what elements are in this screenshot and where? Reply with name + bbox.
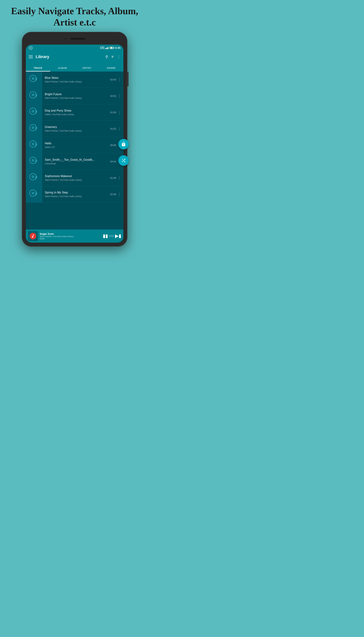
track-item[interactable]: Greenery Silent Partner | YouTube Audio … [26,121,124,137]
np-play-pause[interactable]: ▮▮ [103,233,108,239]
track-artist: Silent Partner | YouTube Audio Library [45,80,110,83]
track-artist: Silent Partner | YouTube Audio Library [45,179,110,181]
track-more-button[interactable]: ⋮ [118,94,121,98]
track-info: Dog and Pony Show Adele | YouTube Audio … [45,109,110,116]
track-thumb [26,120,42,137]
track-duration: 02:43 [110,78,116,81]
np-time: 0:53 [110,235,114,237]
status-bar: LTE ⚡ 3:35 [26,44,124,51]
track-info: Spring In My Step Silent Partner | YouTu… [45,191,110,198]
np-controls: ▮▮ 0:53 ▶▮ [103,233,121,239]
track-item[interactable]: Blue Skies Silent Partner | YouTube Audi… [26,72,124,88]
track-name: Sophomore Makeout [45,174,110,178]
hero-title: Easily Navigate Tracks, Album, Artist e.… [0,6,149,28]
track-thumb [26,137,42,153]
track-artist: Adele | 25 [45,146,110,148]
top-icons: ⚲ ≡ ⋮ [106,54,120,59]
track-duration: 01:33 [110,111,116,114]
tab-genre[interactable]: GENRE [99,66,124,72]
svg-point-2 [30,48,31,48]
np-album: Adele [40,238,101,240]
track-more-button[interactable]: ⋮ [118,192,121,196]
track-duration: 06:06 [110,144,116,146]
track-thumb [26,72,42,88]
sort-icon[interactable]: ≡ [112,54,114,59]
track-duration: 02:54 [110,95,116,97]
track-more-button[interactable]: ⋮ [118,176,121,180]
track-artist: Silent Partner | YouTube Audio Library [45,97,110,99]
track-more-button[interactable]: ⋮ [118,77,121,82]
phone-device: LTE ⚡ 3:35 [22,32,128,246]
track-artist: Silent Partner | YouTube Audio Library [45,130,110,132]
svg-point-11 [32,111,34,112]
status-time: 3:35 [115,46,120,49]
track-duration: 01:48 [110,176,116,179]
np-title: Sugar Zone [40,232,101,235]
track-thumb [26,153,42,170]
track-artist: Silent Partner | YouTube Audio Library [45,195,110,198]
now-playing-bar[interactable]: Sugar Zone Silent Partner | YouTube Audi… [26,230,124,242]
np-thumb [28,231,38,241]
lte-badge: LTE [100,46,104,49]
track-thumb [26,186,42,202]
track-artist: Adele | YouTube Audio Library [45,113,110,116]
track-name: Sam_Smith_-_Too_Good_At_Goodb... [45,158,110,162]
track-list: Blue Skies Silent Partner | YouTube Audi… [26,72,124,230]
svg-point-23 [32,176,34,177]
track-name: Blue Skies [45,76,110,80]
track-artist: | Download [45,162,110,165]
track-item[interactable]: Dog and Pony Show Adele | YouTube Audio … [26,104,124,121]
track-thumb [26,104,42,120]
track-name: Bright Future [45,93,110,96]
more-icon[interactable]: ⋮ [117,54,120,59]
track-thumb [26,88,42,104]
tabs: TRACK ALBUM ARTIST GENRE [26,62,124,72]
hamburger-button[interactable] [29,55,33,58]
speaker [70,38,85,40]
track-name: Hello [45,142,110,145]
track-item[interactable]: Spring In My Step Silent Partner | YouTu… [26,186,124,202]
track-item[interactable]: Sam_Smith_-_Too_Good_At_Goodb... | Downl… [26,154,124,170]
track-info: Greenery Silent Partner | YouTube Audio … [45,126,110,132]
track-more-button[interactable]: ⋮ [118,126,121,131]
track-duration: 01:52 [110,128,116,130]
track-name: Dog and Pony Show [45,109,110,112]
battery-icon: ⚡ [110,47,114,49]
track-item[interactable]: Sophomore Makeout Silent Partner | YouTu… [26,170,124,186]
app-icon [29,46,33,50]
svg-point-17 [32,144,34,144]
svg-point-14 [32,127,34,128]
phone-screen: LTE ⚡ 3:35 [26,44,124,242]
status-left [29,46,33,50]
track-item[interactable]: Hello Adele | 25 06:06 ⋮ [26,137,124,154]
status-right: LTE ⚡ 3:35 [100,46,120,49]
fab-shuffle-button[interactable] [118,155,129,166]
signal-bars [105,46,109,49]
track-duration: 04:24 [110,160,116,163]
tab-track[interactable]: TRACK [26,66,50,72]
track-duration: 01:58 [110,193,116,196]
top-bar: Library ⚲ ≡ ⋮ [26,51,124,62]
svg-point-5 [32,78,34,79]
track-name: Spring In My Step [45,191,110,194]
np-next[interactable]: ▶▮ [115,233,121,239]
track-info: Sophomore Makeout Silent Partner | YouTu… [45,174,110,181]
search-icon[interactable]: ⚲ [106,54,108,59]
svg-point-26 [32,193,34,194]
np-info: Sugar Zone Silent Partner | YouTube Audi… [40,232,101,240]
svg-point-8 [32,94,34,95]
camera [64,38,67,40]
fab-lock-button[interactable] [118,139,129,150]
np-thumb-inner [30,233,36,239]
track-thumb [26,170,42,186]
track-info: Blue Skies Silent Partner | YouTube Audi… [45,76,110,83]
app-title: Library [36,54,102,59]
phone-top [56,35,93,42]
track-item[interactable]: Bright Future Silent Partner | YouTube A… [26,88,124,104]
track-info: Bright Future Silent Partner | YouTube A… [45,93,110,99]
track-info: Hello Adele | 25 [45,142,110,148]
track-name: Greenery [45,126,110,129]
tab-album[interactable]: ALBUM [50,66,74,72]
track-more-button[interactable]: ⋮ [118,110,121,114]
tab-artist[interactable]: ARTIST [74,66,99,72]
